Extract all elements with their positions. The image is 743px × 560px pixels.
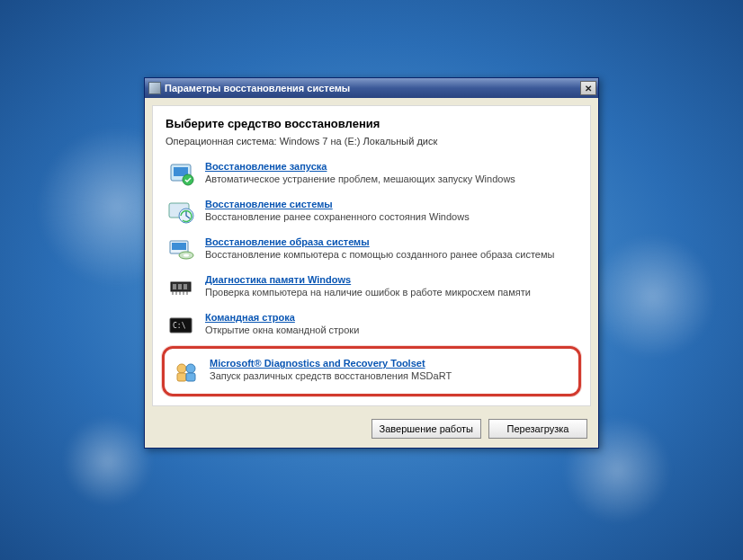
os-info: Операционная система: Windows 7 на (E:) … (166, 136, 577, 147)
memory-diagnostic-icon (167, 274, 196, 301)
option-msdart: Microsoft® Diagnostics and Recovery Tool… (170, 352, 573, 390)
msdart-link[interactable]: Microsoft® Diagnostics and Recovery Tool… (210, 358, 425, 369)
image-recovery-icon (167, 236, 196, 263)
svg-rect-22 (177, 373, 186, 381)
option-system-restore: Восстановление системы Восстановление ра… (166, 193, 577, 231)
app-icon (148, 82, 161, 94)
close-button[interactable]: ✕ (580, 81, 596, 95)
startup-repair-icon (167, 161, 196, 188)
command-prompt-icon: C:\ (167, 312, 196, 339)
option-image-recovery: Восстановление образа системы Восстановл… (166, 231, 577, 269)
window-title: Параметры восстановления системы (165, 83, 580, 93)
option-command-prompt: C:\ Командная строка Открытие окна коман… (166, 307, 577, 344)
titlebar: Параметры восстановления системы ✕ (145, 78, 598, 98)
startup-repair-desc: Автоматическое устранение проблем, мешаю… (205, 173, 576, 184)
footer: Завершение работы Перезагрузка (145, 413, 598, 448)
recovery-options-window: Параметры восстановления системы ✕ Выбер… (144, 77, 599, 449)
background-glow (590, 234, 716, 360)
system-restore-link[interactable]: Восстановление системы (205, 199, 333, 209)
svg-point-21 (186, 364, 195, 373)
svg-text:C:\: C:\ (173, 322, 186, 330)
svg-rect-12 (184, 284, 187, 289)
svg-rect-6 (172, 243, 186, 250)
os-label: Операционная система: (166, 136, 277, 147)
option-startup-repair: Восстановление запуска Автоматическое ус… (166, 156, 577, 193)
msdart-desc: Запуск различных средств восстановления … (210, 370, 571, 381)
startup-repair-link[interactable]: Восстановление запуска (205, 161, 327, 172)
image-recovery-link[interactable]: Восстановление образа системы (205, 236, 370, 247)
svg-point-20 (177, 364, 186, 373)
svg-point-8 (184, 254, 189, 257)
msdart-icon (172, 358, 201, 385)
svg-rect-11 (178, 284, 182, 289)
highlighted-option: Microsoft® Diagnostics and Recovery Tool… (162, 346, 581, 396)
system-restore-desc: Восстановление ранее сохраненного состоя… (205, 211, 576, 222)
content-panel: Выберите средство восстановления Операци… (152, 105, 591, 406)
heading: Выберите средство восстановления (166, 117, 577, 130)
restart-button[interactable]: Перезагрузка (488, 419, 587, 439)
command-prompt-link[interactable]: Командная строка (205, 312, 295, 323)
shutdown-button[interactable]: Завершение работы (372, 419, 481, 439)
background-glow (63, 416, 153, 506)
command-prompt-desc: Открытие окна командной строки (205, 324, 576, 335)
svg-rect-10 (173, 284, 176, 289)
memory-diagnostic-desc: Проверка компьютера на наличие ошибок в … (205, 287, 576, 298)
memory-diagnostic-link[interactable]: Диагностика памяти Windows (205, 274, 351, 285)
image-recovery-desc: Восстановление компьютера с помощью созд… (205, 249, 576, 260)
os-value: Windows 7 на (E:) Локальный диск (280, 136, 438, 147)
svg-rect-23 (186, 373, 195, 381)
system-restore-icon (167, 199, 196, 226)
option-memory-diagnostic: Диагностика памяти Windows Проверка комп… (166, 269, 577, 307)
